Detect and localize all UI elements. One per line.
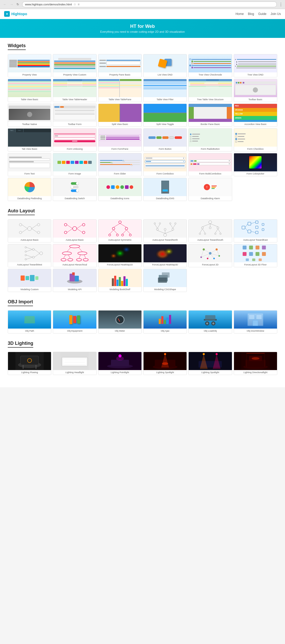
demo-databinding-alarm[interactable]: ! DataBinding Alarm — [188, 178, 232, 201]
demo-label: DataBinding Alarm — [189, 196, 232, 201]
demo-table-view-tableheader[interactable]: Table View TableHeader — [53, 79, 96, 102]
svg-line-85 — [27, 257, 32, 259]
nav-home[interactable]: Home — [236, 12, 244, 16]
demo-obj-equipment[interactable]: Obj Equipment — [53, 310, 96, 333]
demo-table-view-basic[interactable]: Table View Basic — [8, 79, 51, 102]
demo-toolbar-native[interactable]: Toolbar Native — [8, 104, 51, 127]
demo-list-view-dnd[interactable]: List View DND — [143, 54, 187, 77]
demo-databinding-ems[interactable]: DataBinding EMS — [143, 178, 187, 201]
demo-form-unboxing[interactable]: Form Unboxing — [53, 128, 96, 152]
demo-modeling-bookshelf[interactable]: Modeling BookShelf — [98, 269, 142, 292]
demo-autolayout-basic-1[interactable]: AutoLayout Basic — [8, 219, 51, 242]
demo-forcelayout-heatmap3d[interactable]: ForceLayout HeatMap3D — [143, 244, 187, 267]
demo-autolayout-hierarchical[interactable]: AutoLayout Hierarchical — [53, 244, 96, 267]
demo-autolayout-symmetric[interactable]: AutoLayout Symmetric — [98, 219, 142, 242]
svg-point-48 — [217, 227, 219, 229]
svg-line-89 — [67, 247, 71, 252]
demo-toolbar-basic[interactable]: Toolbar Basic — [234, 79, 277, 102]
demo-autolayout-toward-west[interactable]: AutoLayout TowardWest — [8, 244, 51, 267]
demo-split-view-toggle[interactable]: Split View Toggle — [143, 104, 187, 127]
demo-table-view-tablepane[interactable]: Table View TablePane — [98, 79, 142, 102]
forward-button[interactable]: → — [9, 2, 14, 7]
demo-autolayout-basic-2[interactable]: AutoLayout Basic — [53, 219, 96, 242]
nav-join[interactable]: Join Us — [271, 12, 281, 16]
svg-point-86 — [70, 245, 80, 248]
demo-split-view-basic[interactable]: Split View Basic — [98, 104, 142, 127]
demo-lighting-spotlight-2[interactable]: Lighting Spotlight — [188, 352, 232, 375]
demo-property-view[interactable]: Property View — [8, 54, 51, 77]
demo-form-checkbox[interactable]: ✓ ✓ Form Checkbox — [234, 128, 277, 152]
demo-lighting-spotlight-1[interactable]: Lighting Spotlight — [143, 352, 187, 375]
hero-banner: HT for Web Everything you need to create… — [0, 19, 285, 38]
nav-guide[interactable]: Guide — [258, 12, 266, 16]
nav-blog[interactable]: Blog — [248, 12, 254, 16]
main-content: Widgets Property View — [0, 38, 285, 387]
svg-rect-66 — [255, 231, 258, 234]
svg-point-10 — [64, 223, 67, 226]
demo-form-button[interactable]: Form Button — [143, 128, 187, 152]
demo-autolayout-toward-north[interactable]: AutoLayout TowardNorth — [143, 219, 187, 242]
demo-table-view-filter[interactable]: Table View Filter — [143, 79, 187, 102]
hero-subtitle: Everything you need to create cutting-ed… — [5, 30, 280, 33]
demo-form-text[interactable]: Form Text — [8, 153, 51, 176]
svg-line-82 — [27, 247, 32, 249]
demo-form-slider[interactable]: Form Slider — [98, 153, 142, 176]
demo-form-colorpicker[interactable]: Form Colorpicker — [234, 153, 277, 176]
demo-autolayout-toward-east[interactable]: AutoLayout TowardEast — [234, 219, 277, 242]
demo-toolbar-form[interactable]: Toolbar Form — [53, 104, 96, 127]
demo-label: Split View Toggle — [144, 122, 187, 127]
svg-point-2 — [19, 231, 22, 234]
logo[interactable]: H Hightopo — [4, 11, 27, 17]
svg-point-88 — [78, 252, 87, 255]
demo-lighting-directionallight[interactable]: Lighting Directionallight — [234, 352, 277, 375]
demo-autolayout-toward-south[interactable]: AutoLayout TowardSouth — [188, 219, 232, 242]
demo-label: Form Unboxing — [53, 147, 96, 151]
svg-point-185 — [252, 357, 259, 360]
demo-modeling-csgshape[interactable]: Modeling CSGShape — [143, 269, 187, 292]
reload-button[interactable]: ↻ — [15, 2, 20, 7]
demo-databinding-switch[interactable]: DataBinding Switch — [53, 178, 96, 201]
demo-modeling-custom[interactable]: Modeling Custom — [8, 269, 51, 292]
svg-line-55 — [210, 224, 218, 227]
demo-obj-ajax[interactable]: Obj Ajax — [143, 310, 187, 333]
svg-rect-119 — [242, 246, 246, 249]
demo-obj-doorwindow[interactable]: Obj DoorWindow — [234, 310, 277, 333]
address-bar[interactable]: www.hightopo.com/demos/index.html ☆ ≡ — [22, 2, 277, 7]
address-text: www.hightopo.com/demos/index.html — [25, 3, 72, 6]
demo-obj-meter[interactable]: Obj Meter — [98, 310, 142, 333]
demo-form-multicombobox[interactable]: ▼ ▼ Form MultiCombobox — [188, 153, 232, 176]
demo-obj-path[interactable]: Obj Path — [8, 310, 51, 333]
browser-menu-button[interactable]: ⋮ — [279, 2, 283, 7]
demo-obj-loadobj[interactable]: Obj LoadObj — [188, 310, 232, 333]
demo-modeling-api[interactable]: Modeling API — [53, 269, 96, 292]
demo-label: Lighting Directionallight — [234, 370, 277, 375]
demo-label: Form Slider — [98, 171, 141, 176]
demo-label: Form Combobox — [144, 171, 187, 176]
demo-tree-view-dnd[interactable]: ▼ ▶ ▶ ▼ Tree View DND — [234, 54, 277, 77]
demo-form-formpane[interactable]: Form FormPane — [98, 128, 142, 152]
demo-forcelayout-2d[interactable]: ForceLayout 2D — [188, 244, 232, 267]
demo-lighting-headlight[interactable]: Lighting Headlight — [53, 352, 96, 375]
demo-lighting-pointlight[interactable]: Lighting Pointlight — [98, 352, 142, 375]
demo-form-radiobutton[interactable]: Form RadioButton — [188, 128, 232, 152]
demo-accordion-view-basic[interactable]: RED ORANGE YELLOW GREEN Accordion View B… — [234, 104, 277, 127]
demo-forcelayout-heatmap2d[interactable]: ForceLayout HeatMap2D — [98, 244, 142, 267]
demo-border-pane-basic[interactable]: Border Pane Basic — [188, 104, 232, 127]
demo-label: Modeling Custom — [8, 287, 51, 292]
demo-databinding-icons[interactable]: DataBinding Icons — [98, 178, 142, 201]
demo-databinding-piebinding[interactable]: DataBinding PieBinding — [8, 178, 51, 201]
svg-line-8 — [32, 229, 37, 232]
demo-property-view-custom[interactable]: Property View Custom — [53, 54, 96, 77]
svg-rect-125 — [255, 252, 259, 256]
demo-tree-table-view-structure[interactable]: Tree Table View Structure — [188, 79, 232, 102]
back-button[interactable]: ← — [2, 2, 8, 7]
demo-tree-view-checkmode[interactable]: Tree View Checkmode — [188, 54, 232, 77]
svg-line-5 — [22, 225, 28, 229]
demo-form-image[interactable]: Form Image — [53, 153, 96, 176]
demo-property-pane-basic[interactable]: Property Pane Basic — [98, 54, 142, 77]
demo-tab-view-basic[interactable]: Tab1 Tab2 Tab View Basic — [8, 128, 51, 152]
demo-lighting-flowing[interactable]: Lighting Flowing — [8, 352, 51, 375]
demo-form-combobox[interactable]: ▼ ▼ Form Combobox — [143, 153, 187, 176]
demo-forcelayout-3d-floor[interactable]: ForceLayout 3D Floor — [234, 244, 277, 267]
svg-line-96 — [68, 255, 70, 258]
